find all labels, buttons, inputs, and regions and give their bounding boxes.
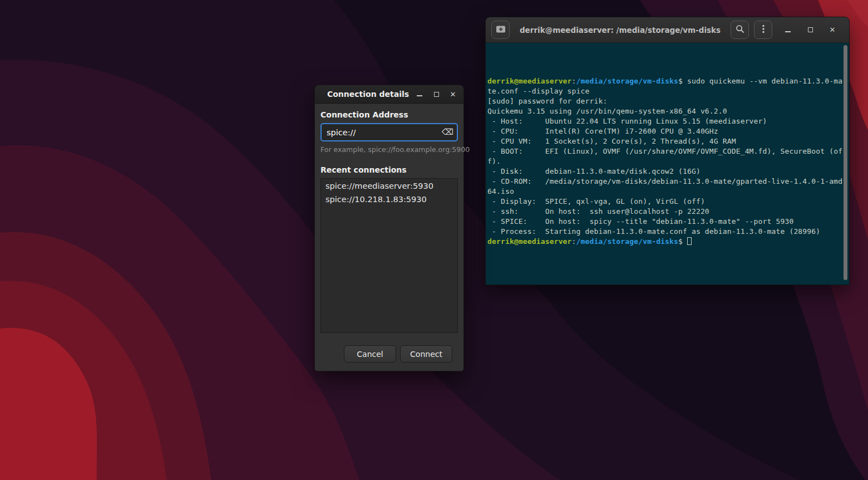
recent-connection-item[interactable]: spice://meediaserver:5930 bbox=[321, 179, 457, 192]
terminal-line: - Host: Ubuntu 22.04 LTS running Linux 5… bbox=[487, 116, 840, 126]
desktop: derrik@meediaserver: /media/storage/vm-d… bbox=[0, 0, 868, 480]
terminal-line: derrik@meediaserver:/media/storage/vm-di… bbox=[487, 76, 840, 86]
dialog-title: Connection details bbox=[317, 90, 411, 99]
terminal-window: derrik@meediaserver: /media/storage/vm-d… bbox=[485, 17, 850, 285]
close-icon: ✕ bbox=[830, 26, 836, 33]
terminal-line: - CD-ROM: /media/storage/vm-disks/debian… bbox=[487, 177, 840, 187]
terminal-line: - BOOT: EFI (Linux), OVMF (/usr/share/OV… bbox=[487, 146, 840, 156]
recent-connection-item[interactable]: spice://10.218.1.83:5930 bbox=[321, 192, 457, 205]
terminal-title: derrik@meediaserver: /media/storage/vm-d… bbox=[510, 26, 731, 35]
clear-input-icon[interactable]: ⌫ bbox=[442, 127, 453, 137]
kebab-menu-icon bbox=[758, 23, 769, 37]
terminal-search-button[interactable] bbox=[731, 21, 749, 39]
terminal-titlebar[interactable]: derrik@meediaserver: /media/storage/vm-d… bbox=[486, 17, 849, 43]
terminal-line: Quickemu 3.15 using /usr/bin/qemu-system… bbox=[487, 106, 840, 116]
terminal-line: - Process: Starting debian-11.3.0-mate.c… bbox=[487, 227, 840, 237]
maximize-icon bbox=[808, 27, 813, 32]
dialog-minimize-button[interactable] bbox=[411, 85, 428, 104]
dialog-titlebar[interactable]: Connection details ✕ bbox=[315, 85, 463, 104]
terminal-line: - Disk: debian-11.3.0-mate/disk.qcow2 (1… bbox=[487, 166, 840, 177]
terminal-line: - CPU: Intel(R) Core(TM) i7-2600 CPU @ 3… bbox=[487, 126, 840, 136]
minimize-icon bbox=[417, 95, 422, 96]
terminal-close-button[interactable]: ✕ bbox=[821, 17, 844, 43]
connection-address-label: Connection Address bbox=[320, 110, 458, 119]
terminal-cursor bbox=[687, 237, 692, 245]
terminal-line: - Display: SPICE, qxl-vga, GL (on), VirG… bbox=[487, 197, 840, 207]
dialog-close-button[interactable]: ✕ bbox=[445, 85, 461, 104]
terminal-body[interactable]: derrik@meediaserver:/media/storage/vm-di… bbox=[486, 43, 849, 285]
terminal-line: [sudo] password for derrik: bbox=[487, 96, 840, 106]
terminal-line: derrik@meediaserver:/media/storage/vm-di… bbox=[487, 237, 840, 247]
minimize-icon bbox=[785, 31, 791, 32]
terminal-line: - CPU VM: 1 Socket(s), 2 Core(s), 2 Thre… bbox=[487, 136, 840, 146]
new-tab-button[interactable] bbox=[491, 21, 510, 39]
terminal-scrollbar[interactable] bbox=[844, 45, 847, 280]
search-icon bbox=[734, 23, 746, 37]
recent-connections-label: Recent connections bbox=[320, 165, 458, 174]
connect-button[interactable]: Connect bbox=[400, 345, 452, 363]
terminal-menu-button[interactable] bbox=[754, 21, 772, 39]
terminal-line: 64.iso bbox=[487, 187, 840, 197]
cancel-button[interactable]: Cancel bbox=[344, 345, 396, 363]
terminal-line: - ssh: On host: ssh user@localhost -p 22… bbox=[487, 207, 840, 217]
connection-details-dialog: Connection details ✕ Connection Address … bbox=[314, 85, 464, 371]
terminal-line: - SPICE: On host: spicy --title "debian-… bbox=[487, 217, 840, 227]
terminal-line: te.conf --display spice bbox=[487, 86, 840, 96]
terminal-line: f). bbox=[487, 156, 840, 166]
new-tab-icon bbox=[495, 23, 507, 37]
terminal-minimize-button[interactable] bbox=[777, 17, 799, 43]
dialog-maximize-button[interactable] bbox=[428, 85, 445, 104]
terminal-maximize-button[interactable] bbox=[799, 17, 821, 43]
maximize-icon bbox=[434, 92, 439, 97]
connection-address-input[interactable] bbox=[320, 123, 458, 141]
close-icon: ✕ bbox=[450, 91, 456, 98]
address-hint-text: For example, spice://foo.example.org:590… bbox=[320, 145, 458, 154]
recent-connections-list: spice://meediaserver:5930spice://10.218.… bbox=[320, 178, 458, 333]
